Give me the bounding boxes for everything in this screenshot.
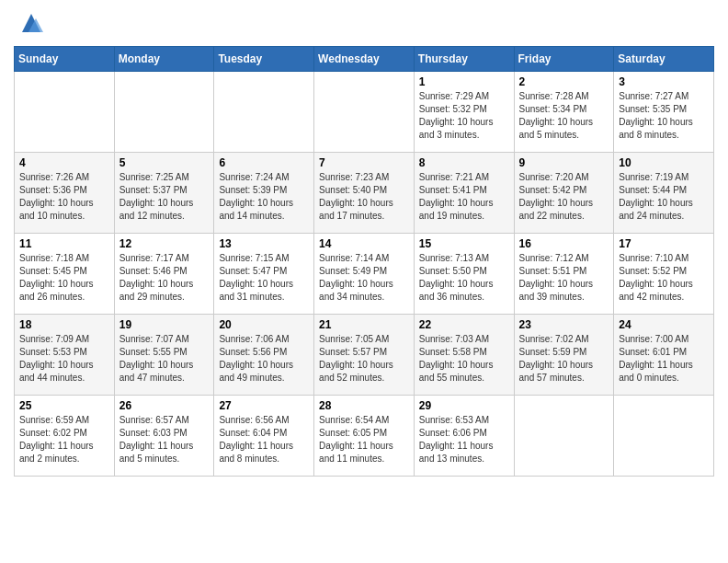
calendar-cell: 15Sunrise: 7:13 AM Sunset: 5:50 PM Dayli… — [414, 234, 514, 315]
calendar-cell: 1Sunrise: 7:29 AM Sunset: 5:32 PM Daylig… — [414, 72, 514, 153]
day-info: Sunrise: 7:20 AM Sunset: 5:42 PM Dayligh… — [519, 171, 609, 223]
day-number: 10 — [619, 156, 709, 169]
day-info: Sunrise: 7:26 AM Sunset: 5:36 PM Dayligh… — [19, 171, 109, 223]
day-info: Sunrise: 6:56 AM Sunset: 6:04 PM Dayligh… — [219, 414, 309, 465]
calendar-cell: 20Sunrise: 7:06 AM Sunset: 5:56 PM Dayli… — [214, 315, 314, 396]
page-header — [14, 9, 714, 37]
calendar-cell — [214, 72, 314, 153]
calendar-cell: 10Sunrise: 7:19 AM Sunset: 5:44 PM Dayli… — [614, 153, 714, 234]
day-number: 24 — [619, 318, 709, 331]
calendar-cell: 19Sunrise: 7:07 AM Sunset: 5:55 PM Dayli… — [114, 315, 214, 396]
day-info: Sunrise: 7:27 AM Sunset: 5:35 PM Dayligh… — [619, 90, 709, 142]
day-number: 9 — [519, 156, 609, 169]
day-number: 12 — [119, 237, 210, 250]
calendar-cell: 25Sunrise: 6:59 AM Sunset: 6:02 PM Dayli… — [15, 396, 115, 477]
day-number: 6 — [219, 156, 309, 169]
calendar-cell: 14Sunrise: 7:14 AM Sunset: 5:49 PM Dayli… — [314, 234, 415, 315]
day-number: 17 — [619, 237, 709, 250]
calendar-cell: 11Sunrise: 7:18 AM Sunset: 5:45 PM Dayli… — [15, 234, 115, 315]
day-number: 14 — [319, 237, 409, 250]
calendar-week-row: 1Sunrise: 7:29 AM Sunset: 5:32 PM Daylig… — [15, 72, 714, 153]
calendar-cell: 17Sunrise: 7:10 AM Sunset: 5:52 PM Dayli… — [614, 234, 714, 315]
weekday-header-row: SundayMondayTuesdayWednesdayThursdayFrid… — [15, 47, 714, 72]
calendar-cell — [114, 72, 214, 153]
day-info: Sunrise: 7:00 AM Sunset: 6:01 PM Dayligh… — [619, 333, 709, 385]
day-number: 28 — [319, 399, 409, 412]
calendar-cell: 18Sunrise: 7:09 AM Sunset: 5:53 PM Dayli… — [15, 315, 115, 396]
day-info: Sunrise: 7:02 AM Sunset: 5:59 PM Dayligh… — [519, 333, 609, 385]
calendar-cell: 22Sunrise: 7:03 AM Sunset: 5:58 PM Dayli… — [414, 315, 514, 396]
day-number: 13 — [219, 237, 309, 250]
day-info: Sunrise: 6:59 AM Sunset: 6:02 PM Dayligh… — [19, 414, 109, 465]
day-info: Sunrise: 7:15 AM Sunset: 5:47 PM Dayligh… — [219, 252, 309, 304]
day-info: Sunrise: 7:10 AM Sunset: 5:52 PM Dayligh… — [619, 252, 709, 304]
logo — [14, 9, 45, 37]
day-number: 25 — [19, 399, 109, 412]
calendar-cell: 3Sunrise: 7:27 AM Sunset: 5:35 PM Daylig… — [614, 72, 714, 153]
day-number: 2 — [519, 75, 609, 88]
calendar-cell — [514, 396, 614, 477]
calendar-cell: 16Sunrise: 7:12 AM Sunset: 5:51 PM Dayli… — [514, 234, 614, 315]
day-info: Sunrise: 7:19 AM Sunset: 5:44 PM Dayligh… — [619, 171, 709, 223]
day-info: Sunrise: 7:21 AM Sunset: 5:41 PM Dayligh… — [419, 171, 509, 223]
calendar-cell: 4Sunrise: 7:26 AM Sunset: 5:36 PM Daylig… — [15, 153, 115, 234]
logo-icon — [17, 9, 45, 37]
day-info: Sunrise: 7:03 AM Sunset: 5:58 PM Dayligh… — [419, 333, 509, 385]
day-number: 26 — [119, 399, 210, 412]
day-info: Sunrise: 7:18 AM Sunset: 5:45 PM Dayligh… — [19, 252, 109, 304]
day-info: Sunrise: 6:54 AM Sunset: 6:05 PM Dayligh… — [319, 414, 409, 465]
day-number: 8 — [419, 156, 509, 169]
day-info: Sunrise: 7:13 AM Sunset: 5:50 PM Dayligh… — [419, 252, 509, 304]
calendar-table: SundayMondayTuesdayWednesdayThursdayFrid… — [14, 46, 714, 477]
calendar-cell — [314, 72, 415, 153]
weekday-header: Wednesday — [314, 47, 415, 72]
day-info: Sunrise: 7:23 AM Sunset: 5:40 PM Dayligh… — [319, 171, 409, 223]
calendar-cell: 8Sunrise: 7:21 AM Sunset: 5:41 PM Daylig… — [414, 153, 514, 234]
calendar-cell: 12Sunrise: 7:17 AM Sunset: 5:46 PM Dayli… — [114, 234, 214, 315]
day-number: 1 — [419, 75, 509, 88]
calendar-cell: 26Sunrise: 6:57 AM Sunset: 6:03 PM Dayli… — [114, 396, 214, 477]
day-number: 16 — [519, 237, 609, 250]
calendar-cell: 6Sunrise: 7:24 AM Sunset: 5:39 PM Daylig… — [214, 153, 314, 234]
day-info: Sunrise: 7:06 AM Sunset: 5:56 PM Dayligh… — [219, 333, 309, 385]
day-number: 11 — [19, 237, 109, 250]
calendar-cell: 9Sunrise: 7:20 AM Sunset: 5:42 PM Daylig… — [514, 153, 614, 234]
day-info: Sunrise: 6:53 AM Sunset: 6:06 PM Dayligh… — [419, 414, 509, 465]
calendar-cell: 13Sunrise: 7:15 AM Sunset: 5:47 PM Dayli… — [214, 234, 314, 315]
day-number: 4 — [19, 156, 109, 169]
day-info: Sunrise: 7:28 AM Sunset: 5:34 PM Dayligh… — [519, 90, 609, 142]
weekday-header: Friday — [514, 47, 614, 72]
calendar-cell: 2Sunrise: 7:28 AM Sunset: 5:34 PM Daylig… — [514, 72, 614, 153]
calendar-cell: 5Sunrise: 7:25 AM Sunset: 5:37 PM Daylig… — [114, 153, 214, 234]
calendar-cell: 28Sunrise: 6:54 AM Sunset: 6:05 PM Dayli… — [314, 396, 415, 477]
weekday-header: Monday — [114, 47, 214, 72]
day-number: 21 — [319, 318, 409, 331]
calendar-cell — [614, 396, 714, 477]
day-number: 19 — [119, 318, 210, 331]
weekday-header: Saturday — [614, 47, 714, 72]
day-info: Sunrise: 7:29 AM Sunset: 5:32 PM Dayligh… — [419, 90, 509, 142]
day-info: Sunrise: 7:25 AM Sunset: 5:37 PM Dayligh… — [119, 171, 210, 223]
day-number: 18 — [19, 318, 109, 331]
day-number: 15 — [419, 237, 509, 250]
day-number: 20 — [219, 318, 309, 331]
calendar-cell — [15, 72, 115, 153]
calendar-cell: 23Sunrise: 7:02 AM Sunset: 5:59 PM Dayli… — [514, 315, 614, 396]
calendar-cell: 27Sunrise: 6:56 AM Sunset: 6:04 PM Dayli… — [214, 396, 314, 477]
day-info: Sunrise: 7:17 AM Sunset: 5:46 PM Dayligh… — [119, 252, 210, 304]
weekday-header: Thursday — [414, 47, 514, 72]
day-number: 23 — [519, 318, 609, 331]
day-number: 5 — [119, 156, 210, 169]
day-number: 27 — [219, 399, 309, 412]
day-info: Sunrise: 6:57 AM Sunset: 6:03 PM Dayligh… — [119, 414, 210, 465]
day-number: 7 — [319, 156, 409, 169]
calendar-week-row: 11Sunrise: 7:18 AM Sunset: 5:45 PM Dayli… — [15, 234, 714, 315]
day-info: Sunrise: 7:07 AM Sunset: 5:55 PM Dayligh… — [119, 333, 210, 385]
calendar-cell: 21Sunrise: 7:05 AM Sunset: 5:57 PM Dayli… — [314, 315, 415, 396]
day-info: Sunrise: 7:12 AM Sunset: 5:51 PM Dayligh… — [519, 252, 609, 304]
day-info: Sunrise: 7:14 AM Sunset: 5:49 PM Dayligh… — [319, 252, 409, 304]
day-number: 3 — [619, 75, 709, 88]
calendar-week-row: 4Sunrise: 7:26 AM Sunset: 5:36 PM Daylig… — [15, 153, 714, 234]
day-info: Sunrise: 7:24 AM Sunset: 5:39 PM Dayligh… — [219, 171, 309, 223]
day-info: Sunrise: 7:05 AM Sunset: 5:57 PM Dayligh… — [319, 333, 409, 385]
